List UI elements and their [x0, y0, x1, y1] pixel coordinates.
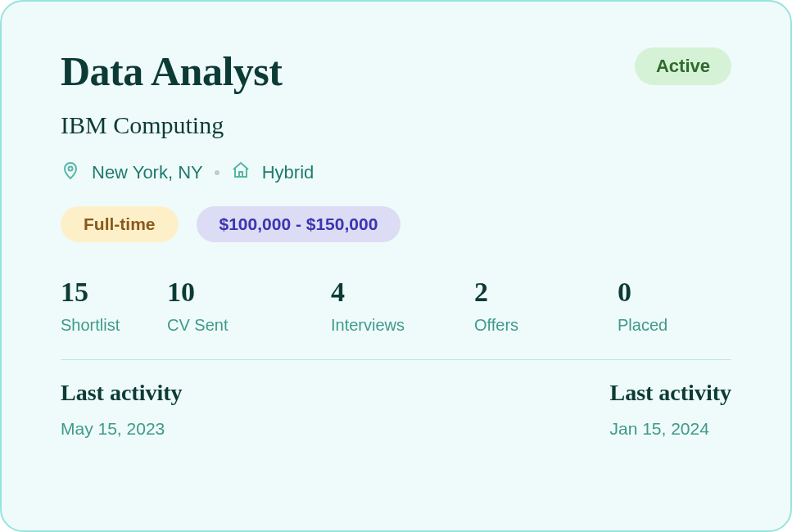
job-title: Data Analyst: [61, 47, 282, 95]
stat-cv-sent: 10 CV Sent: [167, 277, 331, 335]
svg-point-0: [69, 167, 73, 171]
stat-value: 4: [331, 277, 474, 308]
salary-pill: $100,000 - $150,000: [197, 206, 401, 242]
status-badge: Active: [635, 47, 731, 85]
stat-label: Offers: [474, 316, 618, 335]
activity-title: Last activity: [609, 380, 731, 406]
stat-value: 0: [618, 277, 668, 308]
job-card: Data Analyst Active IBM Computing New Yo…: [0, 0, 792, 532]
work-mode-text: Hybrid: [262, 162, 315, 183]
activity-row: Last activity May 15, 2023 Last activity…: [61, 380, 731, 439]
activity-left: Last activity May 15, 2023: [61, 380, 183, 439]
stats-row: 15 Shortlist 10 CV Sent 4 Interviews 2 O…: [61, 277, 731, 335]
separator-dot: [215, 170, 219, 175]
stat-interviews: 4 Interviews: [331, 277, 474, 335]
divider: [61, 359, 731, 360]
home-icon: [231, 160, 251, 185]
stat-value: 15: [61, 277, 167, 308]
activity-date: May 15, 2023: [61, 419, 183, 439]
company-name: IBM Computing: [61, 111, 731, 139]
employment-type-pill: Full-time: [61, 206, 179, 242]
meta-row: New York, NY Hybrid: [61, 160, 731, 185]
activity-right: Last activity Jan 15, 2024: [609, 380, 731, 439]
activity-title: Last activity: [61, 380, 183, 406]
stat-offers: 2 Offers: [474, 277, 618, 335]
stat-value: 2: [474, 277, 618, 308]
location-pin-icon: [61, 160, 80, 185]
stat-label: Placed: [618, 316, 668, 335]
stat-label: Shortlist: [61, 316, 167, 335]
pill-row: Full-time $100,000 - $150,000: [61, 206, 731, 242]
stat-label: CV Sent: [167, 316, 331, 335]
stat-placed: 0 Placed: [618, 277, 668, 335]
header-row: Data Analyst Active: [61, 47, 731, 95]
stat-label: Interviews: [331, 316, 474, 335]
stat-value: 10: [167, 277, 331, 308]
location-text: New York, NY: [92, 162, 203, 183]
stat-shortlist: 15 Shortlist: [61, 277, 167, 335]
activity-date: Jan 15, 2024: [609, 419, 731, 439]
